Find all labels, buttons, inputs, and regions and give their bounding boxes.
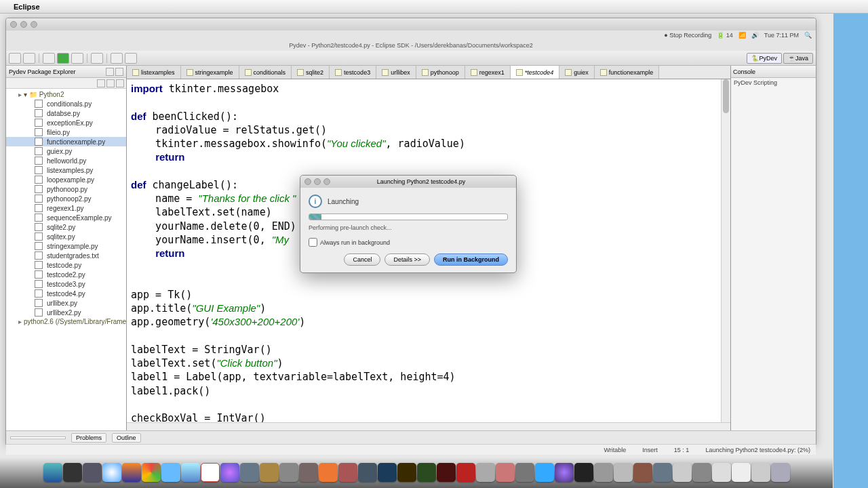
collapse-all-icon[interactable] — [97, 79, 105, 87]
illustrator-icon[interactable] — [397, 463, 416, 482]
file-testcode4-py[interactable]: testcode4.py — [6, 289, 126, 298]
view-menu-icon[interactable] — [116, 79, 124, 87]
itunes-icon[interactable] — [220, 463, 239, 482]
app-icon-8[interactable] — [633, 463, 652, 482]
file-testcode2-py[interactable]: testcode2.py — [6, 270, 126, 279]
tab-sqlite2[interactable]: sqlite2 — [292, 66, 330, 79]
project-folder[interactable]: ▾ 📁 Python2 — [6, 90, 126, 99]
photoshop-icon[interactable] — [378, 463, 397, 482]
file-stringexample-py[interactable]: stringexample.py — [6, 241, 126, 251]
quick-access[interactable] — [10, 436, 66, 439]
safari-icon[interactable] — [102, 463, 121, 482]
file-databse-py[interactable]: databse.py — [6, 108, 126, 118]
zoom-traffic-icon[interactable] — [31, 21, 37, 28]
terminal-icon[interactable] — [574, 463, 593, 482]
app-icon-1[interactable] — [299, 463, 318, 482]
file-functionexample-py[interactable]: functionexample.py — [6, 137, 126, 146]
python-lib[interactable]: python2.6 (/System/Library/Frameworks/..… — [6, 317, 126, 326]
app-icon-7[interactable] — [614, 463, 633, 482]
stop-recording[interactable]: ● Stop Recording — [664, 32, 711, 39]
finder-icon[interactable] — [43, 463, 62, 482]
problems-tab[interactable]: Problems — [71, 433, 106, 443]
file-regexex1-py[interactable]: regexex1.py — [6, 203, 126, 213]
documents-icon[interactable] — [732, 463, 751, 482]
tab-stringexample[interactable]: stringexample — [181, 66, 239, 79]
skype-icon[interactable] — [535, 463, 554, 482]
minimize-icon[interactable] — [106, 68, 114, 76]
iphoto-icon[interactable] — [260, 463, 279, 482]
tab-testcode4[interactable]: *testcode4 — [511, 66, 560, 79]
dialog-zoom-icon[interactable] — [323, 178, 330, 185]
cancel-button[interactable]: Cancel — [344, 253, 380, 266]
automator-icon[interactable] — [279, 463, 298, 482]
dialog-titlebar[interactable]: Launching Python2 testcode4.py — [300, 176, 516, 188]
file-pythonoop2-py[interactable]: pythonoop2.py — [6, 194, 126, 203]
file-testcode-py[interactable]: testcode.py — [6, 260, 126, 270]
file-loopexample-py[interactable]: loopexample.py — [6, 175, 126, 184]
dialog-close-icon[interactable] — [304, 178, 311, 185]
link-editor-icon[interactable] — [106, 79, 115, 87]
eclipse-icon[interactable] — [555, 463, 574, 482]
run-background-button[interactable]: Run in Background — [434, 253, 508, 266]
external-tools-button[interactable] — [71, 53, 83, 64]
firefox-icon[interactable] — [122, 463, 141, 482]
app-icon-6[interactable] — [594, 463, 613, 482]
pydev-perspective[interactable]: 🐍 PyDev — [747, 53, 782, 64]
prefs-icon[interactable] — [692, 463, 711, 482]
file-urllibex2-py[interactable]: urllibex2.py — [6, 308, 126, 317]
tab-pythonoop[interactable]: pythonoop — [416, 66, 465, 79]
file-fileio-py[interactable]: fileio.py — [6, 127, 126, 137]
file-guiex-py[interactable]: guiex.py — [6, 146, 126, 156]
maximize-icon[interactable] — [115, 68, 123, 76]
window-titlebar[interactable] — [6, 18, 816, 30]
tab-listexamples[interactable]: listexamples — [127, 66, 181, 79]
forward-button[interactable] — [125, 53, 137, 64]
chrome-icon[interactable] — [142, 463, 161, 482]
app-icon-10[interactable] — [673, 463, 692, 482]
file-studentgrades-txt[interactable]: studentgrades.txt — [6, 251, 126, 260]
tab-guiex[interactable]: guiex — [559, 66, 595, 79]
app-icon-2[interactable] — [319, 463, 338, 482]
flash-icon[interactable] — [437, 463, 456, 482]
new-button[interactable] — [9, 53, 21, 64]
app-icon-3[interactable] — [338, 463, 357, 482]
tab-urllibex[interactable]: urllibex — [376, 66, 416, 79]
spotlight-icon[interactable]: 🔍 — [804, 32, 812, 39]
file-conditionals-py[interactable]: conditionals.py — [6, 99, 126, 108]
tab-conditionals[interactable]: conditionals — [239, 66, 292, 79]
file-exceptionEx-py[interactable]: exceptionEx.py — [6, 118, 126, 127]
file-testcode3-py[interactable]: testcode3.py — [6, 279, 126, 289]
file-urllibex-py[interactable]: urllibex.py — [6, 298, 126, 308]
save-button[interactable] — [23, 53, 35, 64]
minimize-traffic-icon[interactable] — [20, 21, 27, 28]
debug-button[interactable] — [43, 53, 55, 64]
dialog-min-icon[interactable] — [314, 178, 321, 185]
checkbox-input[interactable] — [309, 238, 317, 247]
app-icon-9[interactable] — [653, 463, 672, 482]
file-pythonoop-py[interactable]: pythonoop.py — [6, 184, 126, 194]
close-traffic-icon[interactable] — [10, 21, 17, 28]
vertical-scrollbar[interactable] — [721, 79, 730, 422]
horizontal-scrollbar[interactable] — [127, 422, 730, 430]
file-sequenceExample-py[interactable]: sequenceExample.py — [6, 213, 126, 222]
mamp-icon[interactable] — [515, 463, 534, 482]
mail-icon[interactable] — [181, 463, 200, 482]
file-helloworld-py[interactable]: helloworld.py — [6, 156, 126, 165]
preview-icon[interactable] — [240, 463, 259, 482]
dreamweaver-icon[interactable] — [417, 463, 436, 482]
app-icon-4[interactable] — [476, 463, 495, 482]
run-button[interactable] — [57, 53, 69, 64]
tab-regexex1[interactable]: regexex1 — [465, 66, 511, 79]
trash-icon[interactable] — [771, 463, 790, 482]
file-sqlite2-py[interactable]: sqlite2.py — [6, 222, 126, 232]
file-sqlitex-py[interactable]: sqlitex.py — [6, 232, 126, 241]
quicktime-icon[interactable] — [358, 463, 377, 482]
search-button[interactable] — [91, 53, 103, 64]
ical-icon[interactable] — [201, 463, 220, 482]
dashboard-icon[interactable] — [63, 463, 82, 482]
ichat-icon[interactable] — [161, 463, 180, 482]
details-button[interactable]: Details >> — [384, 253, 430, 266]
always-background-checkbox[interactable]: Always run in background — [309, 238, 508, 247]
acrobat-icon[interactable] — [456, 463, 475, 482]
app-icon-5[interactable] — [496, 463, 515, 482]
